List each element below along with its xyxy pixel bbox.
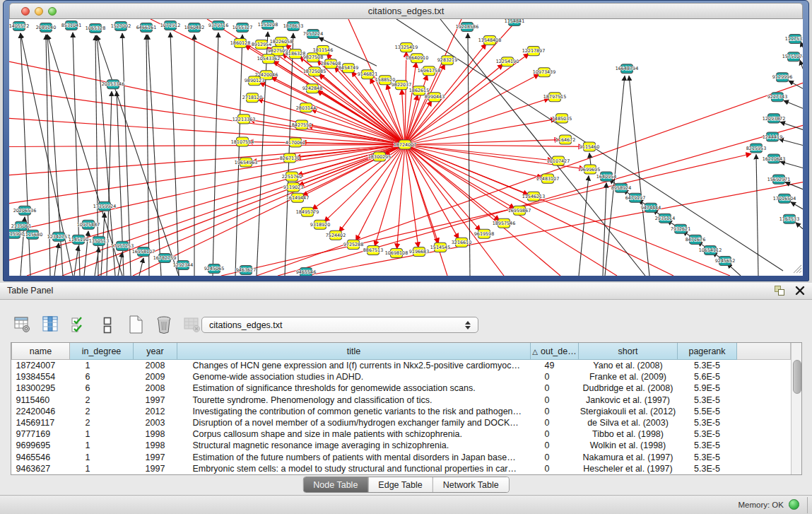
graph-node[interactable]: 1164672 <box>555 135 575 144</box>
table-cell[interactable]: Tourette syndrome. Phenomenology and cla… <box>177 395 531 406</box>
graph-node[interactable]: 1055327 <box>233 23 252 33</box>
graph-node[interactable]: 1115680 <box>23 230 42 239</box>
graph-node[interactable]: 9129996 <box>772 73 792 82</box>
graph-edge[interactable] <box>258 99 405 144</box>
table-cell[interactable]: 1997 <box>134 452 177 463</box>
table-cell[interactable]: 2 <box>70 395 134 406</box>
table-cell[interactable]: Investigating the contribution of common… <box>177 406 531 417</box>
table-cell[interactable]: Franke et al. (2009) <box>579 371 678 382</box>
table-row[interactable]: 1456911722003Disruption of a novel membe… <box>12 417 791 428</box>
table-cell[interactable]: 0 <box>531 382 579 394</box>
graph-node[interactable]: 13325419 <box>395 43 418 52</box>
graph-node[interactable]: 1350513 <box>89 236 109 245</box>
table-cell[interactable]: 9115460 <box>12 395 70 406</box>
table-cell[interactable]: 5.5E-5 <box>678 406 737 417</box>
graph-node[interactable]: 16782759 <box>153 253 176 262</box>
graph-edge[interactable] <box>780 162 803 168</box>
column-header-short[interactable]: short <box>579 343 678 360</box>
graph-node[interactable]: 9379716 <box>208 21 228 30</box>
graph-edge[interactable] <box>257 32 268 276</box>
column-header-out_de[interactable]: △out_de… <box>531 343 579 360</box>
table-cell[interactable]: 1998 <box>134 440 177 451</box>
graph-node[interactable]: 16959867 <box>508 206 531 215</box>
graph-edge[interactable] <box>170 33 179 276</box>
graph-edge[interactable] <box>791 202 803 209</box>
graph-edge[interactable] <box>146 35 149 276</box>
graph-node[interactable]: 18725085 <box>303 67 326 76</box>
graph-node[interactable]: 9245652 <box>715 256 735 265</box>
table-cell[interactable]: 18300295 <box>12 382 70 394</box>
table-cell[interactable]: 1997 <box>134 463 177 474</box>
graph-node[interactable]: 1527002 <box>111 22 131 31</box>
graph-node[interactable]: 20153346 <box>102 80 124 89</box>
graph-node[interactable]: 10654112 <box>699 245 722 255</box>
graph-node[interactable]: 9699695 <box>580 165 600 174</box>
graph-edge[interactable] <box>405 144 560 276</box>
table-cell[interactable]: Yano et al. (2008) <box>579 360 678 372</box>
table-cell[interactable]: de Silva et al. (2003) <box>579 417 678 428</box>
graph-edge[interactable] <box>27 144 405 276</box>
graph-node[interactable]: 9465546 <box>296 267 316 276</box>
graph-node[interactable]: 16958107 <box>132 247 155 256</box>
table-cell[interactable]: 1 <box>70 428 134 440</box>
table-cell[interactable]: 5.3E-5 <box>678 463 737 474</box>
graph-node[interactable]: 1244419 <box>763 132 782 141</box>
table-cell[interactable]: 6 <box>70 371 134 382</box>
graph-edge[interactable] <box>800 60 803 69</box>
graph-edge[interactable] <box>405 144 673 276</box>
graph-node[interactable]: 18797515 <box>543 93 566 102</box>
table-row[interactable]: 946362711997Embryonic stem cells: a mode… <box>12 463 791 474</box>
table-cell[interactable]: Hescheler et al. (1997) <box>579 463 678 474</box>
table-cell[interactable]: Tibbo et al. (1998) <box>579 428 678 440</box>
table-cell[interactable]: 1998 <box>134 428 177 440</box>
tab-node-table[interactable]: Node Table <box>303 477 368 492</box>
table-cell[interactable]: 22420046 <box>12 406 70 417</box>
table-cell[interactable]: 19384554 <box>12 371 70 382</box>
graph-node[interactable]: 7485035 <box>552 114 572 123</box>
graph-node[interactable]: 7932621 <box>671 224 690 233</box>
graph-edge[interactable] <box>440 19 645 276</box>
delete-table-button[interactable] <box>181 314 204 337</box>
table-cell[interactable]: Wolkin et al. (1998) <box>579 440 678 451</box>
table-cell[interactable]: 2009 <box>134 371 177 382</box>
new-column-button[interactable] <box>124 314 147 337</box>
table-cell[interactable]: 1 <box>70 360 134 372</box>
graph-node[interactable]: 6479197 <box>625 193 645 202</box>
table-cell[interactable]: 2008 <box>134 382 177 394</box>
table-cell[interactable]: Disruption of a novel member of a sodium… <box>177 417 531 428</box>
graph-node[interactable]: 18640910 <box>406 54 428 63</box>
graph-node[interactable]: 9245065 <box>204 264 224 273</box>
graph-edge[interactable] <box>235 35 242 276</box>
graph-edge[interactable] <box>249 119 405 144</box>
column-header-pagerank[interactable]: pagerank <box>678 343 737 360</box>
table-cell[interactable]: 5.3E-5 <box>678 428 737 440</box>
memory-status-icon[interactable] <box>789 499 799 510</box>
table-cell[interactable]: 1997 <box>134 395 177 406</box>
graph-node[interactable]: 18300295 <box>368 152 391 161</box>
graph-edge[interactable] <box>97 35 179 276</box>
graph-edge[interactable] <box>405 64 503 145</box>
network-canvas[interactable]: 1405572208914085310411065328152700264661… <box>9 19 803 276</box>
graph-edge[interactable] <box>629 76 649 276</box>
graph-node[interactable]: 9283219 <box>437 56 457 65</box>
graph-node[interactable]: 16648794 <box>616 64 638 74</box>
show-columns-button[interactable] <box>40 314 62 337</box>
graph-edge[interactable] <box>139 258 143 276</box>
table-cell[interactable]: 1 <box>70 440 134 451</box>
column-header-name[interactable]: name <box>12 343 70 360</box>
graph-edge[interactable] <box>796 223 803 229</box>
graph-node[interactable]: 1878633 <box>283 22 303 31</box>
close-panel-icon[interactable] <box>795 286 805 296</box>
table-cell[interactable]: Nakamura et al. (1997) <box>579 452 678 463</box>
table-cell[interactable]: 2008 <box>134 360 177 372</box>
graph-node[interactable]: 9115460 <box>579 142 599 151</box>
table-cell[interactable]: 2003 <box>134 417 177 428</box>
graph-edge[interactable] <box>9 144 405 231</box>
graph-node[interactable]: 2718120 <box>242 93 262 103</box>
graph-node[interactable]: 4170062 <box>286 138 305 147</box>
graph-node[interactable]: 9890123 <box>245 76 264 86</box>
table-cell[interactable]: Stergiakouli et al. (2012) <box>579 406 678 417</box>
graph-edge[interactable] <box>405 144 730 276</box>
graph-node[interactable]: 7524402 <box>326 230 346 240</box>
graph-node[interactable]: 8267130 <box>280 153 300 163</box>
